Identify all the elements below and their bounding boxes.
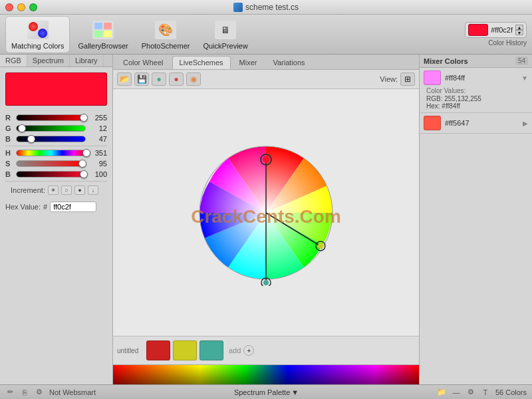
slider-divider	[5, 146, 107, 146]
scheme-swatch-2[interactable]	[200, 340, 223, 360]
inc-icon-dot[interactable]: ●	[74, 186, 85, 195]
slider-value-bv: 100	[88, 170, 107, 178]
inc-icon-sun[interactable]: ☀	[48, 186, 59, 195]
remove-color-button[interactable]: ●	[169, 72, 184, 86]
add-swatch-label: add	[229, 346, 241, 354]
add-color-button[interactable]: ●	[152, 72, 166, 86]
mixer-hex-1: #ff5647	[445, 119, 519, 127]
slider-b[interactable]	[16, 136, 86, 142]
tab-variations[interactable]: Variations	[265, 56, 312, 69]
slider-label-bv: B	[5, 170, 13, 178]
palette-label: Spectrum Palette	[234, 388, 290, 396]
hex-input[interactable]	[50, 201, 96, 212]
mixer-details-0: Color Values: RGB: 255,132,255 Hex: #ff8…	[424, 87, 528, 110]
spectrum-palette-dropdown[interactable]: Spectrum Palette ▼	[234, 388, 299, 396]
stepper-up[interactable]: ▲	[515, 25, 523, 30]
mixer-expand-0[interactable]: ▼	[521, 74, 528, 82]
palette-dropdown-arrow: ▼	[291, 388, 299, 396]
hex-row: Hex Value: #	[0, 199, 112, 215]
color-history-label: Color History	[488, 39, 527, 47]
color-history-area: #ff0c2f ▲ ▼ Color History	[465, 22, 527, 47]
tab-spectrum[interactable]: Spectrum	[27, 55, 70, 66]
increment-row: Increment: ☀ ○ ● ↓	[5, 184, 107, 196]
color-preview	[5, 72, 107, 106]
slider-h[interactable]	[16, 150, 86, 156]
mixer-item-0: #ff84ff ▼ Color Values: RGB: 255,132,255…	[420, 68, 532, 113]
toolbar-photo-schemer[interactable]: 🎨 PhotoSchemer	[136, 17, 196, 53]
minus-icon[interactable]: —	[452, 388, 461, 397]
slider-value-b: 47	[88, 135, 107, 143]
slider-label-g: G	[5, 124, 13, 132]
scheme-swatch-1[interactable]	[173, 340, 197, 360]
scheme-row: untitled add +	[117, 340, 415, 360]
rgb-label-0: RGB: 255,132,255	[426, 95, 528, 102]
mixer-colors-title: Mixer Colors	[424, 57, 468, 65]
window-title-area: scheme test.cs	[233, 3, 299, 12]
window-title: scheme test.cs	[245, 3, 299, 12]
minimize-button[interactable]	[17, 3, 25, 11]
color-count-text: 56 Colors	[495, 388, 527, 396]
gallery-browser-label: GalleryBrowser	[78, 42, 128, 50]
mixer-swatch-0[interactable]	[424, 70, 441, 85]
slider-value-r: 255	[88, 114, 107, 122]
mixer-swatch-1[interactable]	[424, 116, 441, 130]
close-button[interactable]	[5, 3, 13, 11]
add-swatch-button[interactable]: +	[243, 345, 254, 356]
slider-row-h: H 351	[5, 149, 107, 157]
save-button[interactable]: 💾	[134, 72, 149, 86]
slider-row-g: G 12	[5, 124, 107, 132]
mixer-expand-1[interactable]: ▶	[523, 120, 528, 127]
grid-icon: ⊞	[404, 74, 411, 84]
color-circle-icon: ◉	[190, 74, 197, 84]
inc-icon-down[interactable]: ↓	[88, 186, 98, 195]
settings-icon-2[interactable]: ⚙	[466, 388, 475, 397]
slider-row-s: S 95	[5, 160, 107, 168]
settings-icon[interactable]: ⚙	[35, 388, 44, 397]
stepper-down[interactable]: ▼	[515, 30, 523, 35]
text-icon[interactable]: T	[481, 388, 490, 397]
main-area: RGB Spectrum Library R 255 G 12	[0, 55, 532, 384]
remove-circle-icon: ●	[174, 74, 178, 84]
slider-r[interactable]	[16, 114, 86, 121]
hex-display-0: #ff84ff	[442, 102, 460, 110]
inc-icon-circle[interactable]: ○	[61, 186, 72, 195]
color-stepper[interactable]: ▲ ▼	[515, 25, 523, 35]
active-color-swatch[interactable]: #ff0c2f ▲ ▼	[465, 22, 527, 38]
pencil-icon[interactable]: ✏	[5, 388, 15, 397]
slider-value-g: 12	[88, 124, 107, 132]
titlebar: scheme test.cs	[0, 0, 532, 15]
not-websmart-text: Not Websmart	[49, 388, 96, 396]
scheme-area: untitled add +	[113, 336, 419, 364]
folder-icon-status[interactable]: 📁	[437, 388, 446, 397]
center-tabs: Color Wheel LiveSchemes Mixer Variations	[113, 55, 419, 70]
toolbar-matching-colors[interactable]: Matching Colors	[5, 16, 70, 53]
color-wheel-svg	[193, 140, 339, 286]
tab-library[interactable]: Library	[70, 55, 104, 66]
spectrum-bar[interactable]	[113, 364, 419, 384]
slider-g[interactable]	[16, 125, 86, 132]
toolbar: Matching Colors GalleryBrowser 🎨 PhotoSc…	[0, 15, 532, 55]
grid-view-button[interactable]: ⊞	[400, 72, 415, 86]
svg-point-10	[318, 243, 323, 249]
window-controls	[5, 3, 37, 11]
toolbar-gallery-browser[interactable]: GalleryBrowser	[72, 17, 133, 53]
toolbar-quick-preview[interactable]: 🖥 QuickPreview	[198, 17, 253, 53]
tab-mixer[interactable]: Mixer	[232, 56, 265, 69]
rgb-label-text: RGB:	[426, 95, 442, 102]
view-label: View:	[380, 75, 398, 83]
tab-rgb[interactable]: RGB	[0, 55, 27, 66]
save-icon: 💾	[137, 74, 147, 84]
slider-s[interactable]	[16, 160, 86, 167]
tab-color-wheel[interactable]: Color Wheel	[116, 56, 171, 69]
folder-button[interactable]: 📂	[117, 72, 132, 86]
rgb-sliders: R 255 G 12 B 47	[0, 111, 112, 199]
tab-live-schemes[interactable]: LiveSchemes	[172, 56, 231, 69]
maximize-button[interactable]	[29, 3, 37, 11]
scheme-swatch-0[interactable]	[146, 340, 170, 360]
copy-icon[interactable]: ⎘	[20, 388, 29, 397]
slider-bv[interactable]	[16, 171, 86, 178]
slider-label-r: R	[5, 114, 13, 122]
slider-divider-2	[5, 181, 107, 182]
color-wheel[interactable]	[193, 140, 339, 286]
color-wheel-button[interactable]: ◉	[186, 72, 201, 86]
